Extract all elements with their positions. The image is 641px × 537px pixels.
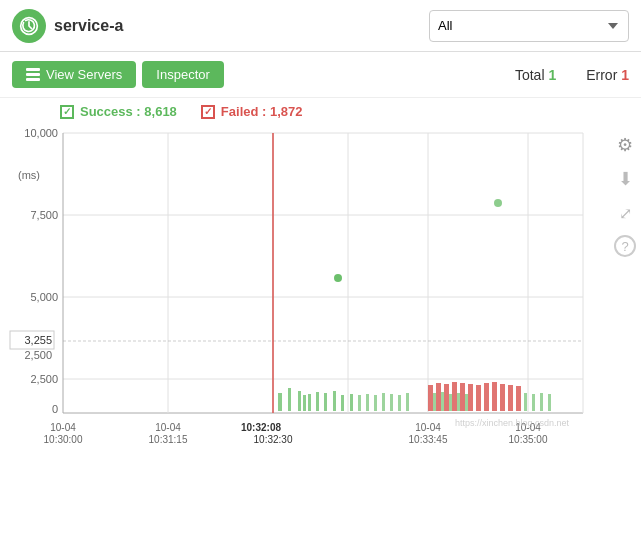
- svg-text:10:31:15: 10:31:15: [149, 434, 188, 445]
- svg-rect-57: [516, 386, 521, 411]
- service-name: service-a: [54, 17, 429, 35]
- success-checkbox[interactable]: [60, 105, 74, 119]
- svg-rect-34: [333, 391, 336, 411]
- svg-text:10-04: 10-04: [155, 422, 181, 433]
- right-icons: ⚙ ⬇ ⤢ ?: [609, 123, 641, 456]
- svg-rect-29: [298, 391, 301, 411]
- svg-text:5,000: 5,000: [30, 291, 58, 303]
- svg-rect-27: [278, 393, 282, 411]
- svg-text:10:30:00: 10:30:00: [44, 434, 83, 445]
- failed-label: Failed : 1,872: [221, 104, 303, 119]
- watermark: https://xinchen.blog.csdn.net: [455, 418, 569, 428]
- legend: Success : 8,618 Failed : 1,872: [0, 98, 641, 123]
- svg-text:3,255: 3,255: [24, 334, 52, 346]
- svg-rect-45: [406, 393, 409, 411]
- error-count: 1: [621, 67, 629, 83]
- svg-point-38: [494, 199, 502, 207]
- svg-rect-49: [452, 382, 457, 411]
- svg-rect-63: [524, 393, 527, 411]
- svg-rect-58: [433, 393, 436, 411]
- svg-rect-51: [468, 384, 473, 411]
- svg-rect-32: [316, 392, 319, 411]
- svg-rect-41: [374, 395, 377, 411]
- service-icon: [12, 9, 46, 43]
- expand-icon[interactable]: ⤢: [613, 201, 637, 225]
- download-icon[interactable]: ⬇: [613, 167, 637, 191]
- svg-rect-39: [358, 395, 361, 411]
- svg-text:2,500: 2,500: [30, 373, 58, 385]
- stats: Total 1 Error 1: [515, 67, 629, 83]
- svg-text:10:32:08: 10:32:08: [241, 422, 281, 433]
- settings-icon[interactable]: ⚙: [613, 133, 637, 157]
- svg-rect-55: [500, 384, 505, 411]
- svg-rect-50: [460, 383, 465, 411]
- svg-rect-31: [308, 394, 311, 411]
- svg-point-37: [334, 274, 342, 282]
- svg-text:10-04: 10-04: [415, 422, 441, 433]
- chart-full: 10,000 7,500 (ms) 5,000 2,500 0 3,255 2,…: [0, 123, 641, 456]
- header: service-a All: [0, 0, 641, 52]
- svg-text:7,500: 7,500: [30, 209, 58, 221]
- total-count: 1: [548, 67, 556, 83]
- chart-svg: 10,000 7,500 (ms) 5,000 2,500 0 3,255 2,…: [8, 123, 598, 453]
- svg-rect-2: [26, 73, 40, 76]
- inspector-button[interactable]: Inspector: [142, 61, 223, 88]
- inspector-label: Inspector: [156, 67, 209, 82]
- svg-rect-42: [382, 393, 385, 411]
- svg-rect-53: [484, 383, 489, 411]
- svg-text:10:33:45: 10:33:45: [409, 434, 448, 445]
- svg-text:2,500: 2,500: [24, 349, 52, 361]
- svg-rect-64: [532, 394, 535, 411]
- svg-rect-30: [303, 395, 306, 411]
- svg-rect-36: [350, 394, 353, 411]
- legend-failed[interactable]: Failed : 1,872: [201, 104, 303, 119]
- svg-rect-3: [26, 78, 40, 81]
- svg-text:(ms): (ms): [18, 169, 40, 181]
- svg-text:10-04: 10-04: [50, 422, 76, 433]
- svg-rect-40: [366, 394, 369, 411]
- svg-rect-59: [441, 392, 444, 411]
- filter-dropdown[interactable]: All: [429, 10, 629, 42]
- svg-rect-61: [457, 393, 460, 411]
- svg-rect-52: [476, 385, 481, 411]
- help-icon[interactable]: ?: [614, 235, 636, 257]
- svg-rect-46: [428, 385, 433, 411]
- success-label: Success : 8,618: [80, 104, 177, 119]
- svg-rect-1: [26, 68, 40, 71]
- failed-checkbox[interactable]: [201, 105, 215, 119]
- error-stat: Error 1: [586, 67, 629, 83]
- svg-rect-47: [436, 383, 441, 411]
- svg-text:10:32:30: 10:32:30: [254, 434, 293, 445]
- svg-rect-44: [398, 395, 401, 411]
- svg-rect-66: [548, 394, 551, 411]
- toolbar: View Servers Inspector Total 1 Error 1: [0, 52, 641, 98]
- svg-rect-62: [465, 394, 468, 411]
- legend-success[interactable]: Success : 8,618: [60, 104, 177, 119]
- svg-rect-33: [324, 393, 327, 411]
- view-servers-label: View Servers: [46, 67, 122, 82]
- svg-rect-48: [444, 384, 449, 411]
- dropdown-wrapper: All: [429, 10, 629, 42]
- svg-rect-35: [341, 395, 344, 411]
- view-servers-button[interactable]: View Servers: [12, 61, 136, 88]
- svg-rect-43: [390, 394, 393, 411]
- svg-rect-54: [492, 382, 497, 411]
- svg-text:10:35:00: 10:35:00: [509, 434, 548, 445]
- svg-text:0: 0: [52, 403, 58, 415]
- total-stat: Total 1: [515, 67, 556, 83]
- svg-rect-60: [449, 394, 452, 411]
- svg-rect-56: [508, 385, 513, 411]
- svg-text:10,000: 10,000: [24, 127, 58, 139]
- svg-rect-65: [540, 393, 543, 411]
- svg-rect-28: [288, 388, 291, 411]
